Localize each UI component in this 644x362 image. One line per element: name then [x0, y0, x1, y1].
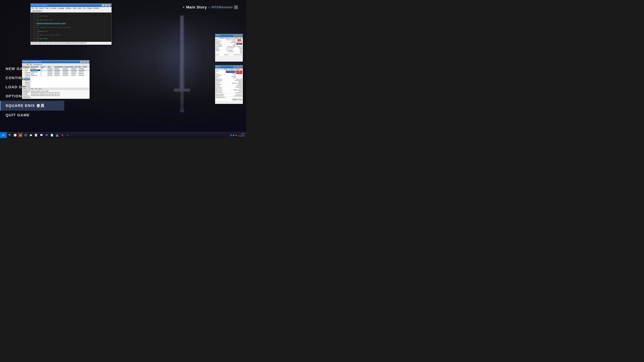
ce-content: FF7Remake_exe 📄 Dis Dis ... 📁 Struct 📁 F… — [22, 66, 90, 98]
gpuz-max[interactable]: □ — [236, 66, 239, 68]
taskbar-start-button[interactable]: ⊞ — [0, 132, 7, 138]
ce-main-area: Module Name Imports OFTs TimeDateStamp F… — [30, 66, 90, 98]
cpuz-tech-row: Technology 7nm — [216, 43, 236, 44]
ce-run-btn[interactable]: ▶ — [30, 63, 32, 66]
ce-minimize[interactable]: ─ — [80, 60, 83, 63]
cpuz-tab-memory[interactable]: Memory — [225, 37, 230, 39]
menu-item-quit-game[interactable]: QUIT GAME — [0, 111, 64, 120]
notepad-window[interactable]: FFVII_emu.ini - Notepad++ ─ □ ✕ File Edi… — [30, 3, 112, 45]
taskbar-icon-steam[interactable]: 🎮 — [44, 133, 49, 137]
taskbar-icon-cheat-engine[interactable]: ⚙ — [60, 133, 64, 137]
gpuz-body: Name AMD Radeon RX 6800 XT GPU Navi 21 T… — [215, 70, 243, 101]
minimize-button[interactable]: ─ — [102, 4, 104, 6]
ce-item-quick-disassembler[interactable]: Quick Disassembler — [22, 97, 30, 98]
maximize-button[interactable]: □ — [105, 4, 108, 6]
gpuz-close[interactable]: ✕ — [239, 66, 242, 68]
ce-bottom-content: QueriedQueriedUsedbPlace 00000000F519141… — [30, 90, 90, 97]
taskbar-app-icons: 🔍 ⬜ 🦊 🌐 📁 📝 💬 🎮 📄 💻 ⚙ ⚔ — [7, 133, 229, 137]
taskbar-icon-cpu-z[interactable]: 💻 — [55, 133, 60, 137]
cpuz-code-row: Code Name Vermeer — [216, 40, 236, 42]
cpuz-max[interactable]: □ — [236, 34, 239, 37]
cpuz-window[interactable]: CPU-Z ─ □ ✕ CPU Mainboard Memory SPD Gra… — [215, 34, 243, 62]
taskbar-time-display: 04:37 — [238, 133, 245, 135]
story-close-button[interactable]: X — [234, 5, 238, 9]
ce-close[interactable]: ✕ — [86, 60, 89, 63]
cpuz-tab-spd[interactable]: SPD — [230, 37, 234, 39]
taskbar-icon-firefox[interactable]: 🦊 — [18, 133, 23, 137]
ce-window[interactable]: OllyDbg - FF7Remake_exe ─ □ ✕ 📂 💾 ▶ FF7r… — [22, 60, 90, 99]
story-subtitle: INTERmission — [211, 5, 233, 9]
menu-item-square-enix[interactable]: Square Enix 會員 — [0, 101, 64, 111]
gpuz-ok-btn[interactable]: OK — [238, 99, 242, 100]
cpuz-name-row: Name AMD Ryzen 7 5800X — [216, 39, 236, 40]
story-chevron: » — [208, 5, 210, 9]
cpuz-title: CPU-Z ─ □ ✕ — [215, 34, 243, 37]
taskbar-right: 🌐 🔊 ⚡ 04:37 2021/5/12 — [229, 133, 246, 137]
ce-item-import-adder[interactable]: Import Adder — [22, 95, 30, 97]
ce-window-controls[interactable]: ─ □ ✕ — [80, 60, 89, 63]
cpuz-tab-cpu[interactable]: CPU — [215, 37, 219, 39]
taskbar-icon-explorer[interactable]: 📁 — [28, 133, 33, 137]
gpuz-tabs[interactable]: Graphics Card Sensors Advanced Validatio… — [215, 68, 243, 70]
ce-item-exception-directory[interactable]: Exception Directory — [22, 89, 30, 91]
cpuz-tab-graphics[interactable]: Graphics — [234, 37, 240, 39]
cpuz-tab-bench[interactable]: Bench — [240, 37, 243, 39]
radeon-badge: Radeon — [236, 73, 242, 74]
ce-item-export-directory[interactable]: 📁 Export Directory — [22, 78, 30, 80]
ce-bottom-row: 00000000F519141 00000000F519141 048 CalW… — [31, 93, 89, 95]
windows-icon: ⊞ — [2, 134, 4, 136]
gpuz-tab-sensors[interactable]: Sensors — [223, 68, 228, 70]
taskbar-date-display: 2021/5/12 — [238, 135, 245, 137]
gpuz-controls[interactable]: ─ □ ✕ — [233, 66, 242, 68]
sys-icon-network: 🌐 — [230, 134, 232, 136]
taskbar-icon-task-view[interactable]: ⬜ — [13, 133, 18, 137]
cpuz-controls[interactable]: ─ □ ✕ — [233, 34, 242, 37]
ce-item-debug-directory[interactable]: 📁 Debug Directory — [22, 83, 30, 85]
taskbar-icon-notepad[interactable]: 📄 — [50, 133, 54, 137]
cpuz-footer: Cores: 8 Threads: 16 CPU-Z Ver. 1.97.0.x… — [216, 54, 242, 55]
ce-item-optional-header[interactable]: 📁 Optional Header — [22, 73, 30, 75]
cpuz-min[interactable]: ─ — [233, 34, 236, 37]
ce-item-data-directories[interactable]: 📁 Data Directories (d) — [22, 75, 30, 77]
notepad-title: FFVII_emu.ini - Notepad++ — [32, 4, 48, 6]
taskbar-clock: 04:37 2021/5/12 — [238, 133, 245, 137]
gpuz-compute: Computing: OpenCL CUDA: OpenCompute — [216, 95, 242, 96]
ce-table-row: api.dll 1 05170E4 00000000 00000000 0517… — [30, 73, 90, 74]
ce-item-file-header[interactable]: 📁 File Header — [22, 71, 30, 73]
gpuz-tab-validation[interactable]: Validation — [234, 68, 240, 70]
cpuz-close[interactable]: ✕ — [239, 34, 242, 37]
gpuz-window[interactable]: GPU-Z ─ □ ✕ Graphics Card Sensors Advanc… — [215, 65, 243, 104]
ce-item-struct[interactable]: 📁 Struct — [22, 70, 30, 71]
gpuz-title-text: GPU-Z — [216, 66, 220, 68]
gpuz-tab-advanced[interactable]: Advanced — [228, 68, 235, 70]
taskbar-icon-ff7[interactable]: ⚔ — [65, 133, 70, 137]
ce-bottom-row: 00000000F519141 00000000F519141 048 CalW… — [31, 92, 89, 93]
gpuz-buttons[interactable]: Lookup OK — [216, 99, 242, 100]
ce-item-hex-editor[interactable]: Hex Editor — [22, 92, 30, 94]
file-tab[interactable]: epic_emu.ini ✕ — [31, 10, 43, 12]
close-button[interactable]: ✕ — [108, 4, 110, 6]
gpuz-lookup-btn[interactable]: Lookup — [232, 99, 238, 100]
gpuz-tab-graphics[interactable]: Graphics Card — [215, 68, 223, 70]
ce-item-disassembly-walker[interactable]: Disassembly Walker — [22, 91, 30, 92]
taskbar-icon-search[interactable]: 🔍 — [8, 133, 12, 137]
ce-item-relocation-directory[interactable]: 📁 Relocation Directory — [22, 82, 30, 83]
taskbar-icon-chrome[interactable]: 🌐 — [23, 133, 28, 137]
cpuz-tab-mainboard[interactable]: Mainboard — [219, 37, 225, 39]
taskbar: ⊞ 🔍 ⬜ 🦊 🌐 📁 📝 💬 🎮 📄 💻 ⚙ ⚔ 🌐 🔊 ⚡ 04:37 20… — [0, 132, 246, 138]
ce-item-section-headers[interactable]: 📁 Section Headers (d) — [22, 77, 30, 78]
gpuz-min[interactable]: ─ — [233, 66, 236, 68]
taskbar-icon-vscode[interactable]: 📝 — [34, 133, 38, 137]
ce-item-dis-dis[interactable]: 📄 Dis Dis ... — [22, 68, 30, 70]
ce-open-btn[interactable]: 📂 — [23, 63, 26, 66]
ce-item-libraries[interactable]: Libraries — [22, 94, 30, 95]
ce-item-resource-directory[interactable]: 📁 Resource Directory — [22, 80, 30, 82]
ce-maximize[interactable]: □ — [83, 60, 86, 63]
ce-item-address-converter[interactable]: Address Converter — [22, 88, 30, 89]
cpuz-tabs[interactable]: CPU Mainboard Memory SPD Graphics Bench … — [215, 37, 243, 39]
notepad-content: 13### 14### [Settings] 15### 16### Appli… — [30, 12, 112, 42]
sys-icon-volume: 🔊 — [232, 134, 235, 136]
ce-save-btn[interactable]: 💾 — [26, 63, 29, 66]
taskbar-icon-discord[interactable]: 💬 — [39, 133, 44, 137]
window-controls[interactable]: ─ □ ✕ — [102, 4, 110, 6]
